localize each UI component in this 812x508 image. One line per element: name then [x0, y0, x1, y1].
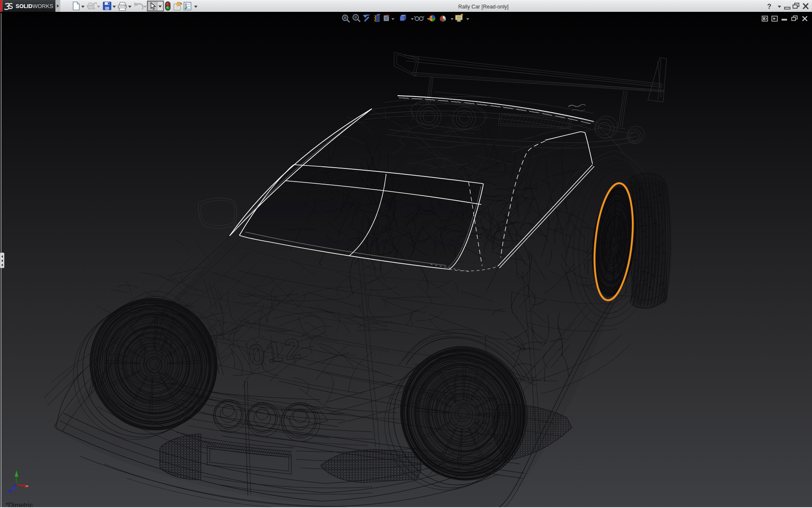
svg-text:Rally Car [Read-only]: Rally Car [Read-only] [458, 4, 509, 10]
svg-text:?: ? [767, 3, 771, 10]
svg-text:SOLIDWORKS: SOLIDWORKS [16, 3, 53, 9]
svg-text:*Dimetric: *Dimetric [5, 502, 33, 508]
